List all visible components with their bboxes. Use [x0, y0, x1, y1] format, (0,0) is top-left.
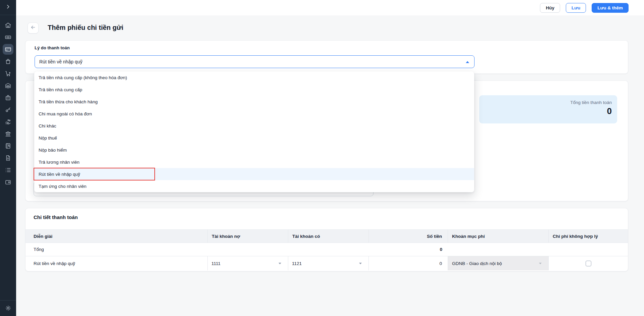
total-payment-label: Tổng tiền thanh toán	[485, 100, 612, 105]
dropdown-option[interactable]: Chi khác	[34, 120, 474, 132]
total-row-spacer	[288, 243, 369, 256]
payment-details-table: Diễn giải Tài khoản nợ Tài khoản có Số t…	[26, 229, 628, 270]
save-and-new-button[interactable]: Lưu & thêm	[592, 3, 629, 13]
fee-category-select: GDNB - Giao dịch nội bộ	[448, 256, 549, 270]
wallet-icon	[5, 179, 11, 186]
sidebar-item-warehouse[interactable]	[3, 80, 13, 91]
row-description[interactable]: Rút tiền về nhập quỹ	[26, 256, 208, 270]
row-amount[interactable]: 0	[369, 256, 448, 270]
payment-reason-select[interactable]: Rút tiền về nhập quỹ	[35, 55, 475, 68]
caret-down-icon	[359, 263, 362, 264]
warehouse-icon	[5, 82, 11, 89]
hand-coins-icon	[5, 118, 11, 125]
column-header-description: Diễn giải	[26, 229, 208, 243]
document-icon	[5, 155, 11, 161]
credit-card-icon	[5, 46, 11, 53]
payment-reason-value: Rút tiền về nhập quỹ	[39, 59, 82, 64]
sidebar-item-sales[interactable]	[3, 68, 13, 79]
column-header-amount: Số tiền	[369, 229, 448, 243]
total-payment-value: 0	[485, 106, 612, 116]
sidebar-divider	[0, 15, 16, 15]
back-button[interactable]	[28, 22, 39, 34]
dropdown-option[interactable]: Trả tiền nhà cung cấp	[34, 84, 474, 96]
total-row-amount: 0	[369, 243, 448, 256]
caret-up-icon	[466, 61, 469, 63]
column-header-invalid-expense: Chi phí không hợp lý	[549, 229, 628, 243]
sidebar-item-bank[interactable]	[3, 128, 13, 139]
payment-reason-label: Lý do thanh toán	[35, 45, 70, 50]
sidebar-item-payroll[interactable]	[3, 116, 13, 127]
sidebar-divider	[0, 300, 16, 301]
credit-account-select[interactable]: 1121	[288, 256, 369, 270]
payment-reason-dropdown: Trả tiền nhà cung cấp (không theo hóa đơ…	[34, 71, 474, 192]
total-row-label: Tổng	[26, 243, 208, 256]
home-icon	[5, 22, 11, 29]
debit-account-select[interactable]: 1111	[208, 256, 288, 270]
sidebar-item-tools[interactable]	[3, 104, 13, 115]
sidebar-item-wallet[interactable]	[3, 177, 13, 188]
sidebar-item-purchases[interactable]	[3, 56, 13, 67]
page-title: Thêm phiếu chi tiền gửi	[48, 24, 123, 32]
back-arrow-icon	[30, 24, 36, 32]
cancel-button[interactable]: Hủy	[540, 3, 560, 13]
column-header-debit-account: Tài khoản nợ	[208, 229, 288, 243]
dropdown-option[interactable]: Tạm ứng cho nhân viên	[34, 180, 474, 192]
debit-account-value: 1111	[211, 261, 220, 266]
dropdown-option[interactable]: Trả tiền thừa cho khách hàng	[34, 96, 474, 108]
fee-category-value: GDNB - Giao dịch nội bộ	[452, 261, 502, 266]
payment-details-card: Chi tiết thanh toán Diễn giải Tài khoản …	[25, 208, 628, 271]
gear-icon	[5, 305, 11, 311]
sidebar-item-bank-card[interactable]	[3, 44, 13, 55]
invalid-expense-cell	[549, 256, 628, 270]
building-icon	[5, 94, 11, 101]
sidebar-item-lists[interactable]	[3, 165, 13, 175]
dropdown-option[interactable]: Trả tiền nhà cung cấp (không theo hóa đơ…	[34, 71, 474, 84]
credit-account-value: 1121	[292, 261, 302, 266]
column-header-fee-category: Khoản mục phí	[448, 229, 549, 243]
dropdown-option[interactable]: Chi mua ngoài có hóa đơn	[34, 108, 474, 120]
payment-details-title: Chi tiết thanh toán	[34, 214, 78, 220]
dropdown-option[interactable]: Trả lương nhân viên	[34, 156, 474, 168]
invoice-icon	[5, 143, 11, 149]
sidebar-nav	[3, 20, 13, 188]
shopping-bag-icon	[5, 58, 11, 65]
save-button[interactable]: Lưu	[566, 3, 586, 13]
sidebar-expand-button[interactable]	[3, 1, 13, 12]
list-icon	[5, 167, 11, 173]
dropdown-option[interactable]: Nộp thuế	[34, 132, 474, 144]
sidebar-item-invoices[interactable]	[3, 141, 13, 151]
key-icon	[5, 106, 11, 113]
topbar: Hủy Lưu Lưu & thêm	[16, 0, 644, 15]
sidebar-item-home[interactable]	[3, 20, 13, 31]
settings-button[interactable]	[3, 303, 13, 313]
sidebar-item-cash[interactable]	[3, 32, 13, 43]
total-row-spacer	[448, 243, 549, 256]
dropdown-option[interactable]: Nộp bảo hiểm	[34, 144, 474, 156]
caret-down-icon	[539, 263, 542, 264]
total-row-spacer	[208, 243, 288, 256]
banknote-icon	[5, 34, 11, 41]
total-payment-panel: Tổng tiền thanh toán 0	[479, 95, 617, 123]
caret-down-icon	[279, 263, 281, 264]
dropdown-option-selected[interactable]: Rút tiền về nhập quỹ	[34, 168, 474, 180]
column-header-credit-account: Tài khoản có	[288, 229, 369, 243]
invalid-expense-checkbox[interactable]	[586, 261, 591, 266]
payment-reason-card: Lý do thanh toán Rút tiền về nhập quỹ	[25, 40, 628, 74]
shopping-cart-icon	[5, 70, 11, 77]
sidebar-item-documents[interactable]	[3, 153, 13, 163]
bank-icon	[5, 130, 11, 137]
chevron-right-icon	[5, 4, 11, 9]
sidebar	[0, 0, 16, 316]
total-row-spacer	[549, 243, 628, 256]
sidebar-item-company[interactable]	[3, 92, 13, 103]
